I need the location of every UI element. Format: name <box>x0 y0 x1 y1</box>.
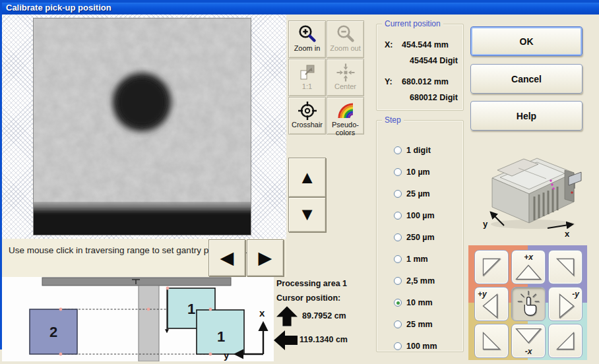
pseudo-colors-label-2: colors <box>336 129 355 137</box>
jog-diagonal-up-left-button[interactable] <box>474 250 509 284</box>
gantry-beam <box>42 278 231 286</box>
step-option-100mm[interactable]: 100 mm <box>394 342 437 351</box>
crosshair-icon <box>297 100 318 121</box>
cursor-vertical-value: 89.7952 cm <box>302 311 346 320</box>
diagonal-up-right-icon <box>552 254 579 280</box>
jog-up-button[interactable]: ▲ <box>288 158 326 197</box>
processing-info: Processing area 1 Cursor position: 89.79… <box>275 277 373 361</box>
machine-image: y x <box>474 144 587 241</box>
step-title: Step <box>382 115 404 125</box>
jog-diagonal-down-right-button[interactable] <box>548 324 583 358</box>
ok-button[interactable]: OK <box>470 26 583 56</box>
radio-icon <box>394 168 402 176</box>
map-axis-x-label: x <box>259 307 265 318</box>
jog-minus-y-button[interactable]: -y <box>548 287 583 321</box>
jog-left-button[interactable]: ◀ <box>208 239 245 276</box>
step-option-label: 1 mm <box>406 255 428 264</box>
y-digit-value: 680012 Digit <box>410 93 458 102</box>
radio-icon <box>394 320 402 328</box>
cursor-position-label: Cursor position: <box>276 293 340 303</box>
jog-click-mode-button[interactable] <box>511 287 546 321</box>
zoom-in-label: Zoom in <box>294 45 321 53</box>
cursor-vertical-arrow-icon <box>276 306 298 328</box>
window-title: Calibrate pick-up position <box>6 3 111 13</box>
step-option-label: 100 µm <box>406 211 435 220</box>
processing-area-label: Processing area 1 <box>276 279 347 288</box>
jog-down-button[interactable]: ▼ <box>288 197 326 232</box>
step-option-label: 100 mm <box>406 342 437 351</box>
step-option-25um[interactable]: 25 µm <box>394 189 430 198</box>
step-option-250um[interactable]: 250 µm <box>394 233 435 242</box>
help-label: Help <box>517 111 536 121</box>
crosshair-button[interactable]: Crosshair <box>288 97 326 135</box>
zoom-out-icon <box>335 24 356 45</box>
one-to-one-button: 1:1 <box>288 59 326 96</box>
step-option-10mm[interactable]: 10 mm <box>394 298 433 307</box>
step-option-label: 10 mm <box>406 298 433 307</box>
zoom-out-button: Zoom out <box>327 20 364 58</box>
jog-plus-x-button[interactable]: +x <box>511 250 546 284</box>
y-label: Y: <box>385 77 393 86</box>
cancel-label: Cancel <box>511 74 542 84</box>
down-triangle-icon <box>515 326 542 346</box>
jog-plus-y-button[interactable]: +y <box>474 287 509 321</box>
radio-icon <box>394 146 402 154</box>
machine-axis-x-label: x <box>565 229 570 239</box>
step-option-label: 25 µm <box>406 189 430 198</box>
traversing-range-map[interactable]: 2 1 1 x y <box>2 277 274 361</box>
right-triangle-icon <box>556 292 577 320</box>
radio-icon-selected <box>394 299 402 307</box>
step-option-10um[interactable]: 10 µm <box>394 167 430 177</box>
down-arrow-icon: ▼ <box>298 206 316 224</box>
x-mm-value: 454.544 mm <box>402 40 449 49</box>
cursor-horizontal-value: 119.1340 cm <box>300 335 348 344</box>
radio-icon <box>394 342 402 350</box>
center-button: Center <box>327 59 364 96</box>
radio-icon <box>394 212 402 220</box>
gantry-column <box>139 286 159 361</box>
step-option-label: 250 µm <box>406 233 435 242</box>
zoom-out-label: Zoom out <box>330 45 360 53</box>
current-position-title: Current position <box>382 19 443 28</box>
calibrate-dialog: Calibrate pick-up position <box>0 0 599 364</box>
step-option-1digit[interactable]: 1 digit <box>394 146 431 155</box>
zoom-in-icon <box>297 24 318 45</box>
jog-minus-x-button[interactable]: -x <box>511 324 546 358</box>
cursor-horizontal-arrow-icon <box>274 330 298 352</box>
pseudo-colors-button[interactable]: Pseudo- colors <box>327 97 364 135</box>
current-position-group: Current position X: 454.544 mm 454544 Di… <box>376 24 464 111</box>
up-triangle-icon <box>515 262 542 282</box>
radio-icon <box>394 233 402 241</box>
area-1b-label: 1 <box>217 328 225 345</box>
pseudo-colors-label-1: Pseudo- <box>332 121 359 129</box>
jog-diagonal-down-left-button[interactable] <box>474 324 509 358</box>
zoom-in-button[interactable]: Zoom in <box>288 20 326 58</box>
one-to-one-icon <box>297 62 318 83</box>
help-button[interactable]: Help <box>470 101 583 131</box>
hand-click-icon <box>514 289 543 318</box>
minus-x-label: -x <box>525 347 532 356</box>
pseudo-colors-icon <box>335 100 356 121</box>
step-option-2-5mm[interactable]: 2,5 mm <box>394 276 435 286</box>
jog-right-button[interactable]: ▶ <box>247 239 284 276</box>
diagonal-up-left-icon <box>478 254 505 280</box>
diagonal-down-left-icon <box>478 328 505 354</box>
map-axis-y-label: y <box>224 349 230 361</box>
step-option-label: 25 mm <box>406 320 433 329</box>
step-option-1mm[interactable]: 1 mm <box>394 255 428 264</box>
window-border-bottom <box>0 0 599 3</box>
cancel-button[interactable]: Cancel <box>470 64 583 94</box>
surface-edge <box>34 210 251 235</box>
diagonal-down-right-icon <box>552 328 579 354</box>
center-icon <box>335 62 356 83</box>
step-option-label: 1 digit <box>406 146 431 155</box>
machine-axis-y-label: y <box>483 219 488 229</box>
step-option-100um[interactable]: 100 µm <box>394 211 435 220</box>
radio-icon <box>394 277 402 285</box>
jog-diagonal-up-right-button[interactable] <box>548 250 583 284</box>
step-option-25mm[interactable]: 25 mm <box>394 320 433 329</box>
left-arrow-icon: ◀ <box>220 249 234 267</box>
x-digit-value: 454544 Digit <box>410 56 458 65</box>
y-mm-value: 680.012 mm <box>402 77 449 86</box>
x-label: X: <box>385 40 393 49</box>
